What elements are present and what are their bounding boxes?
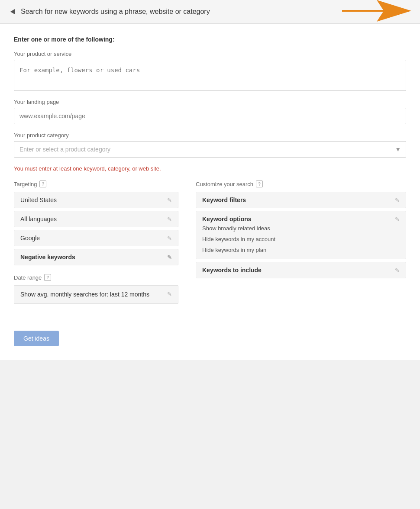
product-service-label: Your product or service bbox=[14, 51, 406, 57]
header-title: Search for new keywords using a phrase, … bbox=[21, 8, 210, 16]
keyword-filters-item[interactable]: Keyword filters ✎ bbox=[196, 192, 406, 208]
edit-icon-keyword-filters: ✎ bbox=[395, 197, 400, 203]
edit-icon-keywords-to-include: ✎ bbox=[395, 267, 400, 274]
edit-icon-google: ✎ bbox=[167, 235, 172, 242]
landing-page-label: Your landing page bbox=[14, 99, 406, 105]
targeting-item-languages[interactable]: All languages ✎ bbox=[14, 211, 178, 227]
collapse-icon bbox=[10, 9, 15, 14]
edit-icon-keyword-options: ✎ bbox=[395, 216, 400, 222]
date-range-help-icon[interactable]: ? bbox=[44, 274, 51, 281]
targeting-item-google[interactable]: Google ✎ bbox=[14, 230, 178, 246]
product-service-field-group: Your product or service bbox=[14, 51, 406, 91]
product-service-input[interactable] bbox=[14, 60, 406, 91]
targeting-item-us[interactable]: United States ✎ bbox=[14, 192, 178, 208]
targeting-google-text: Google bbox=[20, 235, 40, 242]
targeting-help-icon[interactable]: ? bbox=[39, 180, 46, 187]
orange-arrow-annotation bbox=[342, 0, 411, 26]
customize-help-icon[interactable]: ? bbox=[256, 180, 263, 187]
error-message: You must enter at least one keyword, cat… bbox=[14, 165, 406, 172]
get-ideas-button[interactable]: Get ideas bbox=[14, 331, 59, 346]
keyword-options-title: Keyword options bbox=[202, 216, 252, 222]
keywords-to-include-item[interactable]: Keywords to include ✎ bbox=[196, 262, 406, 278]
content-section: Enter one or more of the following: Your… bbox=[0, 24, 420, 360]
header-title-row: Search for new keywords using a phrase, … bbox=[10, 8, 210, 16]
targeting-us-text: United States bbox=[20, 197, 57, 203]
form-section-label: Enter one or more of the following: bbox=[14, 36, 406, 43]
targeting-label: Targeting ? bbox=[14, 180, 178, 187]
edit-icon-languages: ✎ bbox=[167, 216, 172, 222]
landing-page-field-group: Your landing page bbox=[14, 99, 406, 124]
keywords-to-include-title: Keywords to include bbox=[202, 267, 262, 274]
main-container: Search for new keywords using a phrase, … bbox=[0, 0, 420, 509]
product-category-label: Your product category bbox=[14, 132, 406, 139]
landing-page-input[interactable] bbox=[14, 108, 406, 124]
customize-label: Customize your search ? bbox=[196, 180, 406, 187]
edit-icon-us: ✎ bbox=[167, 197, 172, 203]
targeting-languages-text: All languages bbox=[20, 216, 57, 222]
keyword-filters-header: Keyword filters ✎ bbox=[202, 197, 400, 203]
keywords-to-include-header: Keywords to include ✎ bbox=[202, 267, 400, 274]
customize-column: Customize your search ? Keyword filters … bbox=[196, 180, 406, 316]
targeting-negative-keywords-text: Negative keywords bbox=[20, 254, 75, 261]
keyword-options-header: Keyword options ✎ bbox=[202, 216, 400, 222]
date-range-value: Show avg. monthly searches for: last 12 … bbox=[20, 290, 149, 299]
keyword-filters-title: Keyword filters bbox=[202, 197, 246, 203]
product-category-select[interactable]: Enter or select a product category bbox=[14, 141, 406, 158]
keyword-options-subtitle-1: Show broadly related ideas bbox=[202, 224, 400, 233]
targeting-item-negative-keywords[interactable]: Negative keywords ✎ bbox=[14, 249, 178, 265]
keyword-options-item[interactable]: Keyword options ✎ Show broadly related i… bbox=[196, 211, 406, 259]
date-range-section: Date range ? Show avg. monthly searches … bbox=[14, 274, 178, 304]
svg-marker-0 bbox=[342, 0, 411, 22]
header-section[interactable]: Search for new keywords using a phrase, … bbox=[0, 0, 420, 24]
date-range-item[interactable]: Show avg. monthly searches for: last 12 … bbox=[14, 285, 178, 304]
edit-icon-date-range: ✎ bbox=[167, 291, 172, 297]
date-range-label: Date range ? bbox=[14, 274, 178, 281]
targeting-column: Targeting ? United States ✎ All language… bbox=[14, 180, 178, 316]
two-col-section: Targeting ? United States ✎ All language… bbox=[14, 180, 406, 316]
keyword-options-subtitle-2: Hide keywords in my account bbox=[202, 235, 400, 244]
product-category-wrapper: Enter or select a product category ▼ bbox=[14, 141, 406, 158]
product-category-field-group: Your product category Enter or select a … bbox=[14, 132, 406, 158]
edit-icon-negative-keywords: ✎ bbox=[167, 254, 172, 261]
keyword-options-subtitle-3: Hide keywords in my plan bbox=[202, 246, 400, 255]
